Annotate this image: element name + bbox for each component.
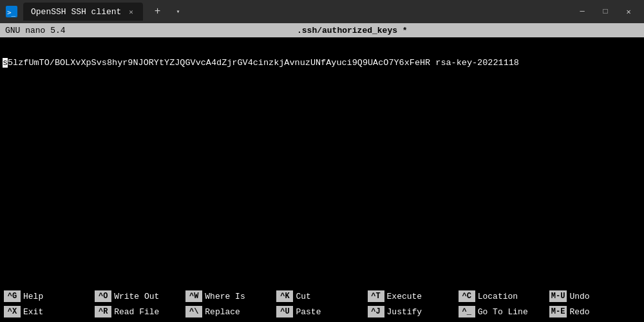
shortcut-undo[interactable]: M-U Undo bbox=[549, 290, 640, 302]
label-help: Help bbox=[23, 292, 43, 301]
shortcut-paste[interactable]: ^U Paste bbox=[276, 306, 367, 317]
key-ctrl-u: ^U bbox=[276, 306, 293, 317]
label-justify: Justify bbox=[387, 307, 422, 317]
label-where-is: Where Is bbox=[205, 292, 245, 301]
new-tab-button[interactable]: + bbox=[148, 3, 166, 21]
shortcuts-row-2: ^X Exit ^R Read File ^\ Replace ^U Paste… bbox=[0, 304, 644, 319]
label-paste: Paste bbox=[296, 307, 321, 317]
key-m-e: M-E bbox=[549, 306, 567, 317]
tab-openssh[interactable]: OpenSSH SSH client ✕ bbox=[23, 3, 143, 21]
label-undo: Undo bbox=[569, 292, 589, 301]
shortcut-help[interactable]: ^G Help bbox=[4, 290, 95, 302]
key-m-u: M-U bbox=[549, 290, 567, 302]
svg-text:>_: >_ bbox=[7, 8, 16, 17]
window-controls: ─ □ ✕ bbox=[572, 4, 639, 19]
key-ctrl-o: ^O bbox=[95, 290, 111, 302]
line-content: 5lzfUmTO/BOLXvXpSvs8hyr9NJORYtYZJQGVvcA4… bbox=[8, 58, 519, 68]
label-replace: Replace bbox=[205, 307, 240, 317]
key-ctrl-k: ^K bbox=[276, 290, 293, 302]
shortcut-cut[interactable]: ^K Cut bbox=[276, 290, 367, 302]
shortcut-location[interactable]: ^C Location bbox=[459, 290, 549, 302]
label-exit: Exit bbox=[23, 307, 43, 317]
title-bar: >_ OpenSSH SSH client ✕ + ▾ ─ □ ✕ bbox=[0, 0, 644, 23]
key-ctrl-j: ^J bbox=[368, 306, 384, 317]
shortcut-where-is[interactable]: ^W Where Is bbox=[185, 290, 276, 302]
shortcut-justify[interactable]: ^J Justify bbox=[368, 306, 459, 317]
shortcuts-bar: ^G Help ^O Write Out ^W Where Is ^K Cut … bbox=[0, 286, 644, 322]
label-read-file: Read File bbox=[114, 307, 159, 317]
nano-filename: .ssh/authorized_keys * bbox=[66, 26, 639, 35]
key-ctrl-w: ^W bbox=[185, 290, 202, 302]
app-icon: >_ bbox=[5, 5, 18, 18]
main-content: GNU nano 5.4 .ssh/authorized_keys * s5lz… bbox=[0, 23, 644, 322]
shortcut-redo[interactable]: M-E Redo bbox=[549, 306, 640, 317]
key-ctrl-c: ^C bbox=[459, 290, 475, 302]
tab-close-icon[interactable]: ✕ bbox=[126, 7, 135, 16]
key-ctrl-t: ^T bbox=[368, 290, 384, 302]
label-redo: Redo bbox=[569, 307, 589, 317]
key-ctrl-r: ^R bbox=[95, 306, 111, 317]
shortcut-go-to-line[interactable]: ^_ Go To Line bbox=[459, 306, 549, 317]
nano-status-bar: GNU nano 5.4 .ssh/authorized_keys * bbox=[0, 23, 644, 37]
shortcut-read-file[interactable]: ^R Read File bbox=[95, 306, 185, 317]
label-execute: Execute bbox=[387, 292, 422, 301]
maximize-button[interactable]: □ bbox=[595, 4, 616, 19]
key-ctrl-backslash: ^\ bbox=[185, 306, 202, 317]
editor-area[interactable]: s5lzfUmTO/BOLXvXpSvs8hyr9NJORYtYZJQGVvcA… bbox=[0, 37, 644, 322]
shortcuts-row-1: ^G Help ^O Write Out ^W Where Is ^K Cut … bbox=[0, 289, 644, 304]
key-ctrl-x: ^X bbox=[4, 306, 21, 317]
editor-line-1: s5lzfUmTO/BOLXvXpSvs8hyr9NJORYtYZJQGVvcA… bbox=[3, 58, 641, 68]
close-button[interactable]: ✕ bbox=[618, 4, 639, 19]
label-go-to-line: Go To Line bbox=[478, 307, 528, 317]
shortcut-exit[interactable]: ^X Exit bbox=[4, 306, 95, 317]
tab-label: OpenSSH SSH client bbox=[31, 7, 121, 17]
label-write-out: Write Out bbox=[114, 292, 159, 301]
dropdown-button[interactable]: ▾ bbox=[171, 3, 184, 21]
shortcut-execute[interactable]: ^T Execute bbox=[368, 290, 459, 302]
minimize-button[interactable]: ─ bbox=[572, 4, 592, 19]
cursor: s bbox=[3, 58, 8, 68]
label-location: Location bbox=[478, 292, 518, 301]
shortcut-write-out[interactable]: ^O Write Out bbox=[95, 290, 185, 302]
nano-version: GNU nano 5.4 bbox=[5, 26, 66, 35]
key-ctrl-underscore: ^_ bbox=[459, 306, 475, 317]
shortcut-replace[interactable]: ^\ Replace bbox=[185, 306, 276, 317]
key-ctrl-g: ^G bbox=[4, 290, 21, 302]
label-cut: Cut bbox=[296, 292, 310, 301]
